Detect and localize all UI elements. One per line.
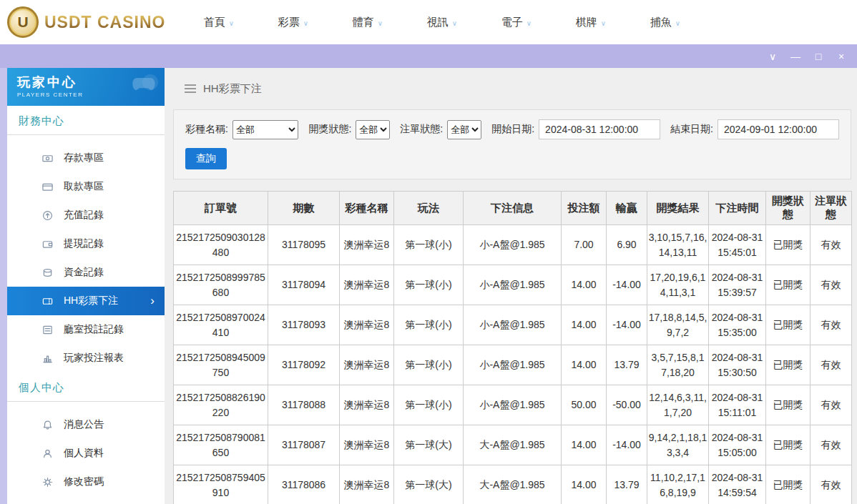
maximize-icon[interactable]: □	[813, 51, 824, 61]
sidebar-item-user[interactable]: 個人資料	[7, 439, 165, 468]
query-button[interactable]: 查詢	[185, 148, 227, 169]
window-titlebar: ∨ — □ ×	[0, 44, 857, 68]
table-cell: 第一球(小)	[394, 345, 464, 385]
sidebar-item-gear[interactable]: 修改密碼	[7, 468, 165, 496]
table-cell: 第一球(小)	[394, 385, 464, 425]
table-row: 215217250897002441031178093澳洲幸运8第一球(小)小-…	[174, 305, 852, 345]
table-cell: 有效	[811, 345, 852, 385]
sidebar-item-report[interactable]: 玩家投注報表	[7, 344, 165, 372]
table-cell: 小-A盤@1.985	[464, 265, 562, 305]
sidebar-item-label: 廳室投註記錄	[64, 323, 124, 336]
nav-item-label: 捕魚	[650, 16, 672, 28]
table-cell: 14.00	[562, 305, 607, 345]
nav-item-label: 視訊	[427, 16, 449, 28]
window-content: 玩家中心 PLAYERS CENTER 財務中心存款專區取款專區充值記錄提現記錄…	[0, 68, 857, 504]
table-cell: 2024-08-31 15:30:50	[709, 345, 766, 385]
nav-item-6[interactable]: 捕魚∨	[628, 16, 702, 29]
table-head: 訂單號期數彩種名稱玩法下注信息投注額輸贏開獎結果下注時間開獎狀態注單狀態	[174, 192, 852, 225]
table-cell: 第一球(小)	[394, 225, 464, 265]
filter-label: 注單狀態:	[400, 123, 443, 136]
funds-record-icon	[41, 267, 53, 278]
table-cell: 31178094	[268, 265, 340, 305]
sidebar-menu: 財務中心存款專區取款專區充值記錄提現記錄資金記錄HH彩票下注›廳室投註記錄玩家投…	[7, 106, 165, 504]
table-cell: 有效	[811, 265, 852, 305]
lottery-icon	[41, 296, 53, 307]
nav-item-2[interactable]: 體育∨	[330, 16, 405, 29]
filter-label: 開始日期:	[491, 123, 534, 136]
nav-item-5[interactable]: 棋牌∨	[554, 16, 628, 29]
table-cell: -14.00	[607, 425, 647, 465]
table-cell: 14.00	[562, 265, 607, 305]
table-cell: 有效	[811, 465, 852, 504]
minimize-icon[interactable]: —	[790, 51, 801, 61]
sidebar-item-label: 修改密碼	[64, 475, 104, 488]
filter-label: 結束日期:	[670, 123, 713, 136]
table-row: 215217250875940591031178086澳洲幸运8第一球(大)大-…	[174, 465, 852, 504]
table-cell: 澳洲幸运8	[340, 465, 394, 504]
table-cell: 小-A盤@1.985	[464, 345, 562, 385]
table-body: 215217250903012848031178095澳洲幸运8第一球(小)小-…	[174, 225, 852, 504]
filter-label: 開獎狀態:	[308, 123, 351, 136]
table-cell: 有效	[811, 385, 852, 425]
lottery-name-select[interactable]: 全部	[232, 120, 299, 139]
order-status-select[interactable]: 全部	[447, 120, 481, 139]
sidebar-item-label: 提現記錄	[64, 237, 104, 250]
sidebar-item-bell[interactable]: 消息公告	[7, 410, 165, 439]
table-cell: 7.00	[562, 225, 607, 265]
start-date-input[interactable]	[539, 119, 660, 139]
nav-item-4[interactable]: 電子∨	[479, 16, 554, 29]
table-cell: -14.00	[607, 265, 647, 305]
table-cell: 2024-08-31 15:35:00	[709, 305, 766, 345]
draw-status-select[interactable]: 全部	[356, 120, 390, 139]
sidebar-item-label: 消息公告	[64, 418, 104, 431]
table-cell: 3,5,7,15,8,17,18,20	[647, 345, 709, 385]
sidebar-item-lottery[interactable]: HH彩票下注›	[7, 287, 165, 315]
collapse-icon[interactable]: ∨	[767, 51, 778, 61]
main-nav: 首頁∨彩票∨體育∨視訊∨電子∨棋牌∨捕魚∨	[182, 16, 702, 29]
end-date-input[interactable]	[718, 119, 839, 139]
sidebar-item-label: 存款專區	[64, 152, 104, 164]
nav-item-0[interactable]: 首頁∨	[182, 16, 256, 29]
sidebar-item-withdraw[interactable]: 取款專區	[7, 172, 165, 201]
sidebar-item-recharge[interactable]: 充值記錄	[7, 201, 165, 229]
sidebar-item-room-record[interactable]: 廳室投註記錄	[7, 315, 165, 344]
sidebar-item-withdraw-record[interactable]: 提現記錄	[7, 229, 165, 258]
logo-text: USDT CASINO	[44, 13, 165, 32]
sidebar-section-header: 財務中心	[7, 106, 165, 135]
table-cell: 澳洲幸运8	[340, 225, 394, 265]
table-cell: 已開獎	[766, 465, 811, 504]
menu-icon[interactable]	[185, 84, 196, 93]
logo-icon: U	[7, 6, 39, 38]
table-cell: 有效	[811, 225, 852, 265]
table-cell: 澳洲幸运8	[340, 345, 394, 385]
sidebar-item-deposit[interactable]: 存款專區	[7, 144, 165, 172]
nav-item-label: 彩票	[278, 16, 300, 28]
table-cell: 31178088	[268, 385, 340, 425]
sidebar-item-label: 個人資料	[64, 447, 104, 460]
filter-row: 彩種名稱:全部開獎狀態:全部注單狀態:全部開始日期:結束日期:	[185, 119, 839, 139]
table-cell: 2024-08-31 14:59:54	[709, 465, 766, 504]
table-cell: 31178087	[268, 425, 340, 465]
nav-item-label: 體育	[353, 16, 374, 28]
table-cell: 第一球(大)	[394, 425, 464, 465]
table-cell: 6.90	[607, 225, 647, 265]
close-icon[interactable]: ×	[836, 51, 847, 61]
chevron-down-icon: ∨	[229, 19, 234, 27]
table-cell: 50.00	[562, 385, 607, 425]
report-icon	[41, 353, 53, 364]
sidebar-item-funds-record[interactable]: 資金記錄	[7, 258, 165, 287]
column-header: 下注信息	[464, 192, 562, 225]
sidebar-header: 玩家中心 PLAYERS CENTER	[7, 68, 165, 106]
table-cell: 小-A盤@1.985	[464, 385, 562, 425]
table-cell: 已開獎	[766, 425, 811, 465]
table-cell: 已開獎	[766, 305, 811, 345]
main-content: HH彩票下注 彩種名稱:全部開獎狀態:全部注單狀態:全部開始日期:結束日期: 查…	[165, 68, 857, 504]
table-row: 215217250903012848031178095澳洲幸运8第一球(小)小-…	[174, 225, 852, 265]
table-row: 215217250879008165031178087澳洲幸运8第一球(大)大-…	[174, 425, 852, 465]
nav-item-3[interactable]: 視訊∨	[405, 16, 479, 29]
table-cell: -50.00	[607, 385, 647, 425]
table-cell: 已開獎	[766, 225, 811, 265]
withdraw-record-icon	[41, 239, 53, 249]
bell-icon	[41, 420, 53, 430]
nav-item-1[interactable]: 彩票∨	[256, 16, 330, 29]
